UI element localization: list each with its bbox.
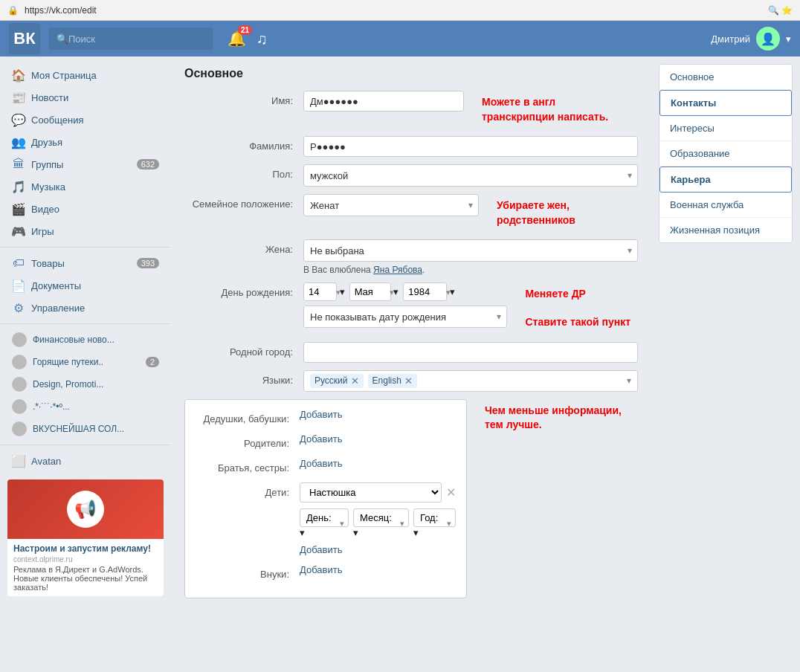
right-nav-interesy[interactable]: Интересы	[659, 116, 792, 141]
sidebar-item-goods[interactable]: 🏷 Товары 393	[0, 252, 171, 274]
dob-annotation: Меняете ДР	[517, 282, 638, 306]
music-button[interactable]: ♫	[257, 30, 268, 48]
grandparents-add-button[interactable]: Добавить	[300, 409, 342, 420]
ad-domain: context.olprime.ru	[13, 555, 158, 563]
sidebar-item-label: Сообщения	[31, 114, 84, 126]
lang-tag-english: English ✕	[368, 374, 417, 388]
lang-dropdown-icon[interactable]: ▾	[627, 375, 631, 386]
lock-icon: 🔒	[7, 5, 19, 16]
sidebar-item-friends[interactable]: 👥 Друзья	[0, 131, 171, 153]
sidebar-item-groups[interactable]: 🏛 Группы 632	[0, 153, 171, 175]
sidebar-group-label: Горящие путеки..	[33, 357, 103, 367]
dob-day-select[interactable]: 14	[303, 282, 337, 301]
news-icon: 📰	[12, 91, 25, 104]
child-name-select[interactable]: Настюшка	[300, 482, 442, 503]
ad-title: Настроим и запустим рекламу!	[13, 543, 158, 554]
lang-name: English	[372, 375, 401, 386]
vk-logo[interactable]: ВК	[9, 23, 40, 54]
gender-select[interactable]: мужской женский	[303, 164, 638, 187]
sidebar-item-label: Игры	[31, 226, 54, 237]
sidebar-item-avatan[interactable]: ⬜ Avatan	[0, 450, 171, 472]
child-dob-row: День: ▾ Месяц: ▾	[300, 508, 456, 538]
sidebar-item-mypage[interactable]: 🏠 Моя Страница	[0, 64, 171, 86]
right-nav-karera[interactable]: Карьера	[659, 167, 792, 193]
languages-field[interactable]: Русский ✕ English ✕ ▾	[303, 370, 638, 392]
wife-select[interactable]: Не выбрана	[303, 239, 638, 262]
sidebar-group-label: Design, Promoti...	[33, 379, 103, 390]
search-input[interactable]	[68, 33, 205, 45]
sidebar-group-design[interactable]: Design, Promoti...	[0, 373, 171, 395]
child-day-select[interactable]: День:	[300, 508, 349, 527]
sidebar-item-messages[interactable]: 💬 Сообщения	[0, 109, 171, 131]
relatives-annotation: Убираете жен, родственников	[489, 194, 638, 232]
marital-label: Семейное положение:	[184, 194, 303, 210]
city-input[interactable]	[303, 342, 638, 363]
right-nav-voennaya[interactable]: Военная служба	[659, 193, 792, 218]
grandparents-row: Дедушки, бабушки: Добавить	[196, 409, 456, 424]
sidebar-group-putevki[interactable]: Горящие путеки.. 2	[0, 351, 171, 373]
group-icon	[12, 332, 27, 347]
sidebar-group-finansy[interactable]: Финансовые ново...	[0, 329, 171, 351]
child-month-select[interactable]: Месяц:	[353, 508, 409, 527]
dob-visibility-select[interactable]: Не показывать дату рождения Показывать д…	[303, 306, 507, 328]
right-nav: Основное Контакты Интересы Образование К…	[659, 64, 793, 243]
grandchildren-row: Внуки: Добавить	[196, 564, 456, 580]
siblings-add-button[interactable]: Добавить	[300, 458, 342, 469]
child-add-button[interactable]: Добавить	[300, 544, 342, 555]
dropdown-icon: ▾	[786, 33, 791, 45]
sidebar-group-stars[interactable]: .*·˙˙˙·*•º...	[0, 395, 171, 418]
right-nav-kontakty[interactable]: Контакты	[659, 90, 792, 116]
name-label: Имя:	[184, 91, 303, 106]
section-title: Основное	[184, 67, 638, 80]
parents-add-button[interactable]: Добавить	[300, 433, 342, 445]
management-icon: ⚙	[12, 301, 25, 314]
ad-description: Реклама в Я.Директ и G.AdWords. Новые кл…	[13, 565, 158, 592]
sidebar-item-label: Управление	[31, 303, 85, 314]
right-panel: Основное Контакты Интересы Образование К…	[651, 56, 800, 672]
sidebar-group-label: .*·˙˙˙·*•º...	[33, 401, 70, 412]
child-year-select[interactable]: Год:	[413, 508, 456, 527]
right-nav-zhiznennaya[interactable]: Жизненная позиция	[659, 218, 792, 242]
topbar: ВК 🔍 🔔 21 ♫ Дмитрий 👤 ▾	[0, 21, 800, 56]
lang-remove-russian[interactable]: ✕	[351, 375, 359, 387]
user-name: Дмитрий	[711, 33, 750, 45]
right-nav-obrazovanie[interactable]: Образование	[659, 141, 792, 167]
surname-input[interactable]	[303, 136, 638, 157]
sidebar-item-music[interactable]: 🎵 Музыка	[0, 175, 171, 198]
sidebar-item-label: Новости	[31, 92, 68, 103]
group-badge: 2	[146, 357, 159, 367]
ad-block[interactable]: 📢 Настроим и запустим рекламу! context.o…	[7, 479, 164, 596]
sidebar-item-games[interactable]: 🎮 Игры	[0, 220, 171, 242]
sidebar-item-news[interactable]: 📰 Новости	[0, 86, 171, 109]
sidebar-group-vkus[interactable]: ВКУСНЕЙШАЯ СОЛ...	[0, 418, 171, 440]
notifications-badge: 21	[238, 25, 252, 35]
dob-year-select[interactable]: 1984	[403, 282, 447, 301]
friends-icon: 👥	[12, 135, 25, 149]
ad-text: Настроим и запустим рекламу! context.olp…	[7, 539, 164, 596]
sidebar-item-management[interactable]: ⚙ Управление	[0, 297, 171, 319]
sidebar-group-label: ВКУСНЕЙШАЯ СОЛ...	[33, 424, 124, 434]
sidebar-item-video[interactable]: 🎬 Видео	[0, 198, 171, 220]
sidebar-item-label: Видео	[31, 204, 59, 215]
user-menu[interactable]: Дмитрий 👤 ▾	[711, 27, 791, 51]
yana-link[interactable]: Яна Рябова	[373, 265, 422, 275]
child-remove-button[interactable]: ✕	[446, 485, 456, 500]
lang-remove-english[interactable]: ✕	[404, 375, 413, 387]
grandchildren-add-button[interactable]: Добавить	[300, 564, 342, 575]
grandchildren-label: Внуки:	[196, 564, 300, 580]
dob-month-select[interactable]: Мая	[349, 282, 391, 301]
notifications-button[interactable]: 🔔 21	[228, 30, 246, 48]
city-label: Родной город:	[184, 342, 303, 358]
marital-select[interactable]: Женат Не женат В отношениях	[303, 194, 479, 216]
right-nav-osnovnoe[interactable]: Основное	[659, 65, 792, 90]
search-box[interactable]: 🔍	[49, 28, 213, 50]
children-row: Дети: Настюшка ✕	[196, 482, 456, 555]
group-icon	[12, 355, 27, 369]
home-icon: 🏠	[12, 68, 25, 82]
sidebar-item-docs[interactable]: 📄 Документы	[0, 274, 171, 297]
gender-label: Пол:	[184, 164, 303, 180]
messages-icon: 💬	[12, 113, 25, 126]
name-input[interactable]	[303, 91, 464, 112]
music-icon: 🎵	[12, 180, 25, 193]
ad-image: 📢	[7, 479, 164, 539]
